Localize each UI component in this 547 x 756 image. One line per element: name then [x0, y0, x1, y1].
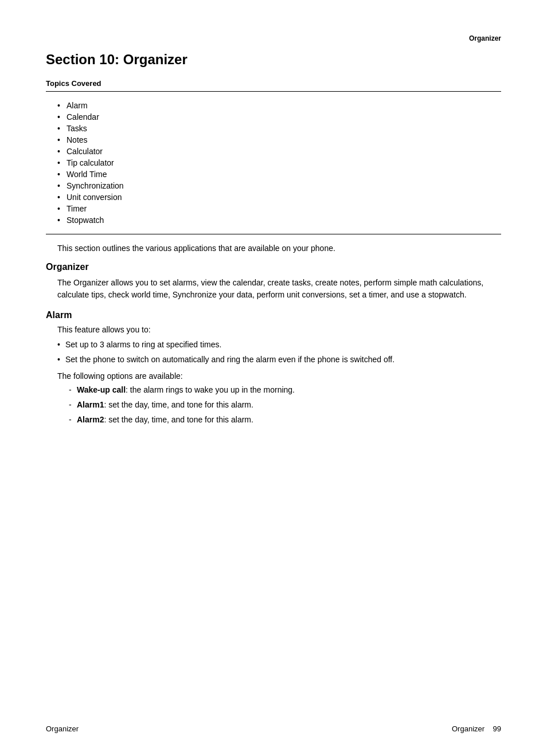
section-title: Section 10: Organizer [46, 52, 501, 68]
option-description: : set the day, time, and tone for this a… [104, 400, 253, 409]
alarm-bullet-item: Set up to 3 alarms to ring at specified … [57, 339, 501, 351]
topics-covered-label: Topics Covered [46, 79, 501, 88]
options-list: Wake-up call: the alarm rings to wake yo… [69, 384, 501, 426]
organizer-subsection-title: Organizer [46, 262, 501, 272]
list-item: Stopwatch [57, 216, 501, 225]
top-divider [46, 91, 501, 92]
topics-covered-section: Topics Covered Alarm Calendar Tasks Note… [46, 79, 501, 225]
alarm-subsection-title: Alarm [46, 310, 501, 320]
list-item: Notes [57, 135, 501, 144]
option-description: : set the day, time, and tone for this a… [104, 415, 253, 424]
header-label: Organizer [469, 34, 501, 42]
page-container: Organizer Section 10: Organizer Topics C… [0, 0, 547, 756]
option-item: Alarm1: set the day, time, and tone for … [69, 399, 501, 411]
footer-left-label: Organizer [46, 724, 79, 733]
list-item: Alarm [57, 101, 501, 110]
alarm-bullets-list: Set up to 3 alarms to ring at specified … [57, 339, 501, 366]
list-item: Tasks [57, 124, 501, 133]
bottom-divider [46, 234, 501, 234]
option-item: Alarm2: set the day, time, and tone for … [69, 414, 501, 426]
list-item: Calendar [57, 112, 501, 122]
list-item: Tip calculator [57, 158, 501, 167]
list-item: Timer [57, 204, 501, 213]
option-term: Alarm1 [77, 400, 104, 409]
footer-page-number: Organizer 99 [452, 724, 501, 733]
alarm-section: Alarm This feature allows you to: Set up… [46, 310, 501, 426]
page-number: 99 [493, 724, 501, 733]
organizer-subsection: Organizer The Organizer allows you to se… [46, 262, 501, 301]
list-item: Unit conversion [57, 193, 501, 202]
organizer-subsection-body: The Organizer allows you to set alarms, … [57, 277, 501, 301]
intro-text: This section outlines the various applic… [57, 244, 501, 253]
footer-label: Organizer [452, 724, 493, 733]
topics-list: Alarm Calendar Tasks Notes Calculator Ti… [57, 101, 501, 225]
list-item: Synchronization [57, 181, 501, 190]
option-term: Wake-up call [77, 385, 126, 394]
option-description: : the alarm rings to wake you up in the … [126, 385, 295, 394]
list-item: World Time [57, 170, 501, 179]
option-term: Alarm2 [77, 415, 104, 424]
list-item: Calculator [57, 147, 501, 156]
alarm-bullet-item: Set the phone to switch on automatically… [57, 354, 501, 366]
options-text: The following options are available: [57, 371, 501, 381]
option-item: Wake-up call: the alarm rings to wake yo… [69, 384, 501, 396]
alarm-feature-text: This feature allows you to: [57, 325, 501, 334]
